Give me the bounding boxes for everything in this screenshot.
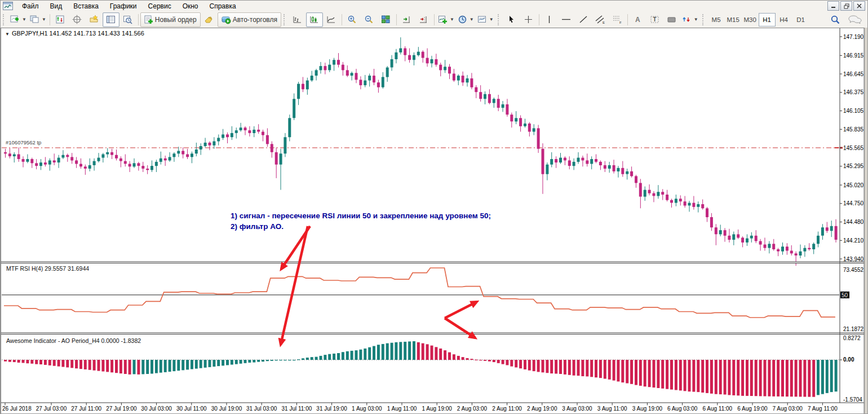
terminal-button[interactable] bbox=[103, 12, 119, 27]
tf-m15-button[interactable]: M15 bbox=[725, 13, 742, 27]
svg-text:2 Aug 03:00: 2 Aug 03:00 bbox=[457, 406, 488, 412]
chevron-down-icon: ▼ bbox=[470, 17, 474, 22]
zoom-out-icon bbox=[364, 15, 374, 24]
line-chart-button[interactable] bbox=[323, 12, 340, 27]
ao-indicator-label: Awesome Indicator - AO Period_H4 0.0000 … bbox=[6, 337, 141, 344]
minimize-icon[interactable] bbox=[827, 1, 839, 11]
data-window-button[interactable] bbox=[69, 12, 86, 27]
toolbar: ▼ ▼ Новый ордер Авто-торговля bbox=[1, 11, 867, 28]
metaeditor-button[interactable] bbox=[201, 12, 218, 27]
new-order-button[interactable]: Новый ордер bbox=[140, 12, 201, 27]
chevron-down-icon[interactable]: ▼ bbox=[5, 32, 10, 37]
equidistant-channel-icon: E bbox=[595, 15, 605, 24]
chart-symbol-title: ▼GBPJPYf,H1 141.452 141.713 141.433 141.… bbox=[5, 30, 144, 37]
trendline-button[interactable] bbox=[575, 12, 592, 27]
menu-charts[interactable]: Графики bbox=[104, 2, 143, 11]
periods-button[interactable]: ▼ bbox=[456, 12, 476, 27]
annotation-line-1: 1) сигнал - пересечение RSI линии 50 и з… bbox=[231, 210, 491, 221]
search-icon[interactable] bbox=[830, 15, 840, 25]
horizontal-line-icon bbox=[561, 15, 571, 24]
indicators-button[interactable]: ▼ bbox=[436, 12, 456, 27]
menu-window[interactable]: Окно bbox=[177, 2, 204, 11]
app-logo-icon bbox=[3, 2, 13, 10]
menu-tools[interactable]: Сервис bbox=[143, 2, 177, 11]
svg-text:A: A bbox=[635, 16, 640, 24]
strategy-tester-button[interactable] bbox=[119, 12, 136, 27]
tf-d1-button[interactable]: D1 bbox=[792, 13, 809, 27]
chevron-down-icon: ▼ bbox=[42, 17, 46, 22]
horizontal-line-button[interactable] bbox=[558, 12, 575, 27]
tf-h1-button[interactable]: H1 bbox=[759, 13, 776, 27]
metaeditor-icon bbox=[204, 15, 214, 24]
market-watch-button[interactable] bbox=[52, 12, 69, 27]
rsi-indicator-label: MTF RSI H(4) 29.5557 31.6944 bbox=[6, 265, 89, 272]
new-chart-button[interactable]: ▼ bbox=[8, 12, 28, 27]
fibonacci-button[interactable]: F bbox=[609, 12, 626, 27]
order-line-label[interactable]: #106079562 tp bbox=[6, 139, 41, 146]
tf-m30-button[interactable]: M30 bbox=[742, 13, 759, 27]
crosshair-icon bbox=[524, 15, 533, 24]
toolbar-grip[interactable] bbox=[284, 14, 287, 25]
tf-m5-button[interactable]: M5 bbox=[708, 13, 725, 27]
svg-text:27 Jul 11:00: 27 Jul 11:00 bbox=[71, 406, 101, 412]
svg-text:30 Jul 11:00: 30 Jul 11:00 bbox=[176, 406, 207, 412]
svg-text:21.1872: 21.1872 bbox=[843, 326, 864, 332]
svg-text:1 Aug 19:00: 1 Aug 19:00 bbox=[422, 406, 453, 412]
close-icon[interactable] bbox=[853, 1, 865, 11]
menu-view[interactable]: Вид bbox=[45, 2, 68, 11]
tile-windows-button[interactable] bbox=[378, 12, 395, 27]
text-label-button[interactable]: T bbox=[646, 12, 663, 27]
bar-chart-button[interactable] bbox=[289, 12, 306, 27]
svg-text:145.020: 145.020 bbox=[843, 182, 864, 188]
chat-icon[interactable] bbox=[848, 15, 862, 25]
tf-h4-button[interactable]: H4 bbox=[776, 13, 792, 27]
templates-button[interactable]: ▼ bbox=[476, 12, 495, 27]
svg-text:7 Aug 11:00: 7 Aug 11:00 bbox=[808, 406, 838, 412]
menu-insert[interactable]: Вставка bbox=[68, 2, 104, 11]
svg-text:146.105: 146.105 bbox=[843, 108, 864, 114]
svg-text:73.4552: 73.4552 bbox=[843, 267, 864, 273]
cursor-button[interactable] bbox=[503, 12, 520, 27]
navigator-button[interactable] bbox=[86, 12, 103, 27]
zoom-out-button[interactable] bbox=[361, 12, 378, 27]
svg-text:145.295: 145.295 bbox=[843, 163, 864, 169]
svg-text:30 Jul 19:00: 30 Jul 19:00 bbox=[211, 406, 242, 412]
vertical-line-button[interactable] bbox=[541, 12, 558, 27]
crosshair-button[interactable] bbox=[520, 12, 537, 27]
candlestick-chart-button[interactable] bbox=[306, 12, 323, 27]
child-window-controls bbox=[827, 1, 867, 11]
svg-text:T: T bbox=[653, 16, 657, 23]
autotrading-label: Авто-торговля bbox=[233, 16, 277, 24]
strategy-tester-icon bbox=[123, 15, 132, 24]
toolbar-grip[interactable] bbox=[702, 14, 706, 25]
fibonacci-icon: F bbox=[612, 15, 622, 24]
zoom-in-button[interactable] bbox=[344, 12, 361, 27]
svg-text:1 Aug 11:00: 1 Aug 11:00 bbox=[387, 406, 417, 412]
toolbar-grip[interactable] bbox=[498, 14, 502, 25]
menu-help[interactable]: Справка bbox=[204, 2, 242, 11]
svg-text:6 Aug 19:00: 6 Aug 19:00 bbox=[737, 406, 768, 412]
chevron-down-icon: ▼ bbox=[694, 17, 698, 22]
shapes-button[interactable] bbox=[663, 12, 680, 27]
svg-text:31 Jul 03:00: 31 Jul 03:00 bbox=[246, 406, 277, 412]
text-label-icon: T bbox=[650, 15, 659, 24]
svg-text:2 Aug 19:00: 2 Aug 19:00 bbox=[527, 406, 557, 412]
svg-text:146.645: 146.645 bbox=[843, 71, 864, 77]
auto-scroll-button[interactable] bbox=[398, 12, 415, 27]
toolbar-grip[interactable] bbox=[3, 14, 7, 25]
text-button[interactable]: A bbox=[630, 12, 646, 27]
line-chart-icon bbox=[326, 15, 336, 24]
templates-icon bbox=[477, 15, 487, 24]
svg-text:6 Aug 03:00: 6 Aug 03:00 bbox=[667, 406, 698, 412]
equidistant-channel-button[interactable]: E bbox=[592, 12, 609, 27]
autotrading-button[interactable]: Авто-торговля bbox=[218, 12, 281, 27]
svg-text:E: E bbox=[603, 21, 605, 24]
signal-annotation[interactable]: 1) сигнал - пересечение RSI линии 50 и з… bbox=[231, 210, 491, 232]
profiles-button[interactable]: ▼ bbox=[28, 12, 48, 27]
menu-file[interactable]: Файл bbox=[16, 2, 45, 11]
zoom-in-icon bbox=[347, 15, 357, 24]
restore-icon[interactable] bbox=[840, 1, 852, 11]
market-watch-icon bbox=[55, 15, 65, 24]
arrows-tool-button[interactable]: ▼ bbox=[680, 12, 700, 27]
chart-shift-button[interactable] bbox=[415, 12, 432, 27]
